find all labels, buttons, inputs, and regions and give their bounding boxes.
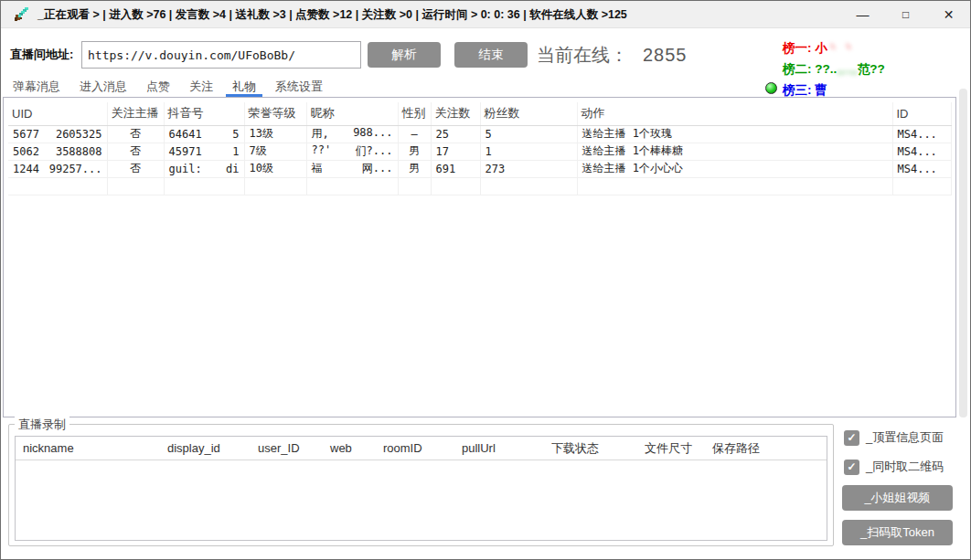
maximize-button[interactable]: □ xyxy=(884,1,927,28)
gift-cell: 男 xyxy=(398,143,431,160)
option-label: _同时取二维码 xyxy=(866,459,944,475)
column-header[interactable]: 抖音号 xyxy=(164,102,244,125)
recording-column-header[interactable]: web xyxy=(323,437,376,460)
gift-row[interactable]: 56772605325否64641513级用,988...–255送给主播 1个… xyxy=(8,125,951,143)
recording-column-header[interactable]: 保存路径 xyxy=(705,437,827,460)
app-window: _正在观看 > | 进入数 >76 | 发言数 >4 | 送礼数 >3 | 点赞… xyxy=(0,0,971,560)
tab-strip: 弹幕消息进入消息点赞关注礼物系统设置 xyxy=(6,78,336,97)
gift-cell: 459711 xyxy=(164,143,244,160)
gift-cell: 7级 xyxy=(244,143,306,160)
window-title: _正在观看 > | 进入数 >76 | 发言数 >4 | 送礼数 >3 | 点赞… xyxy=(37,1,627,28)
minimize-button[interactable]: — xyxy=(841,1,884,28)
tab-2[interactable]: 点赞 xyxy=(140,78,176,97)
column-header[interactable]: 粉丝数 xyxy=(480,102,577,125)
tab-0[interactable]: 弹幕消息 xyxy=(6,78,67,97)
online-label: 当前在线： xyxy=(537,45,628,65)
gift-cell: guil:di xyxy=(164,160,244,177)
gift-cell: 否 xyxy=(107,160,164,177)
scan-token-button[interactable]: _扫码取Token xyxy=(842,520,953,545)
title-bar: _正在观看 > | 进入数 >76 | 发言数 >4 | 送礼数 >3 | 点赞… xyxy=(1,1,970,28)
gift-panel: UID关注主播抖音号荣誉等级昵称性别关注数粉丝数动作ID 56772605325… xyxy=(3,97,956,417)
gift-row[interactable]: 50623588808否4597117级??'们?...男171送给主播 1个棒… xyxy=(8,143,951,160)
online-counter: 当前在线：2855 xyxy=(537,43,688,68)
gift-cell: 56772605325 xyxy=(8,125,107,143)
checkbox-icon[interactable]: ✓ xyxy=(844,430,859,446)
gift-cell: MS4... xyxy=(892,143,951,160)
girl-video-button[interactable]: _小姐姐视频 xyxy=(842,485,953,511)
rank-2: 榜二: ??..,,..,,范?? xyxy=(783,58,885,79)
recording-column-header[interactable]: pullUrl xyxy=(454,437,544,460)
gift-cell: 13级 xyxy=(244,125,306,143)
close-button[interactable]: ✕ xyxy=(927,1,970,28)
gift-cell: 送给主播 1个玫瑰 xyxy=(577,125,892,143)
empty-row xyxy=(8,177,951,195)
room-url-label: 直播间地址: xyxy=(10,47,73,63)
column-header[interactable]: UID xyxy=(8,102,107,125)
gift-cell: 691 xyxy=(431,160,480,177)
rank-list: 榜一: 小丶 丶榜二: ??..,,..,,范??榜三: 曹 xyxy=(783,37,885,100)
gift-cell: 用,988... xyxy=(306,125,398,143)
option-pin-info-page[interactable]: ✓ _顶置信息页面 xyxy=(844,429,944,446)
recording-table-header: nicknamedisplay_iduser_IDwebroomIDpullUr… xyxy=(16,437,827,460)
gift-cell: 124499257... xyxy=(8,160,107,177)
gift-cell: MS4... xyxy=(892,125,951,143)
recording-column-header[interactable]: user_ID xyxy=(251,437,323,460)
tab-5[interactable]: 系统设置 xyxy=(269,78,329,97)
tab-4[interactable]: 礼物 xyxy=(226,78,262,97)
vertical-scrollbar[interactable] xyxy=(959,89,967,417)
sword-icon xyxy=(13,6,30,24)
gift-cell: MS4... xyxy=(892,160,951,177)
recording-column-header[interactable]: 文件尺寸 xyxy=(637,437,705,460)
gift-table-head-row: UID关注主播抖音号荣誉等级昵称性别关注数粉丝数动作ID xyxy=(8,102,951,125)
tab-1[interactable]: 进入消息 xyxy=(73,78,133,97)
parse-button[interactable]: 解析 xyxy=(368,42,441,68)
column-header[interactable]: 昵称 xyxy=(306,102,398,125)
gift-cell: 否 xyxy=(107,125,164,143)
gift-cell: 送给主播 1个小心心 xyxy=(577,160,892,177)
gift-cell: 10级 xyxy=(244,160,306,177)
option-also-get-qrcode[interactable]: ✓ _同时取二维码 xyxy=(844,459,944,475)
checkbox-icon[interactable]: ✓ xyxy=(844,460,859,475)
gift-cell: 1 xyxy=(480,143,577,160)
gift-cell: 17 xyxy=(431,143,480,160)
gift-cell: 25 xyxy=(431,125,480,143)
recording-column-header[interactable]: display_id xyxy=(160,437,251,460)
recording-table: nicknamedisplay_iduser_IDwebroomIDpullUr… xyxy=(15,436,827,541)
column-header[interactable]: 荣誉等级 xyxy=(244,102,306,125)
status-ball-icon xyxy=(765,82,777,94)
room-url-input[interactable] xyxy=(81,41,361,69)
end-button[interactable]: 结束 xyxy=(454,42,528,68)
gift-row[interactable]: 124499257...否guil:di10级福网...男691273送给主播 … xyxy=(8,160,951,177)
gift-cell: 福网... xyxy=(306,160,398,177)
option-label: _顶置信息页面 xyxy=(866,429,944,446)
gift-cell: – xyxy=(398,125,431,143)
gift-table: UID关注主播抖音号荣誉等级昵称性别关注数粉丝数动作ID 56772605325… xyxy=(8,102,952,195)
gift-cell: 273 xyxy=(480,160,577,177)
column-header[interactable]: 动作 xyxy=(577,102,892,125)
gift-cell: 646415 xyxy=(164,125,244,143)
gift-cell: ??'们?... xyxy=(306,143,398,160)
recording-column-header[interactable]: 下载状态 xyxy=(544,437,637,460)
recording-group-label: 直播录制 xyxy=(15,417,69,433)
gift-cell: 否 xyxy=(107,143,164,160)
gift-cell: 50623588808 xyxy=(8,143,107,160)
gift-cell: 5 xyxy=(480,125,577,143)
tab-3[interactable]: 关注 xyxy=(183,78,219,97)
gift-cell: 送给主播 1个棒棒糖 xyxy=(577,143,892,160)
column-header[interactable]: ID xyxy=(892,102,951,125)
column-header[interactable]: 性别 xyxy=(398,102,431,125)
recording-groupbox: 直播录制 nicknamedisplay_iduser_IDwebroomIDp… xyxy=(8,424,834,546)
recording-column-header[interactable]: roomID xyxy=(376,437,454,460)
gift-table-body: 56772605325否64641513级用,988...–255送给主播 1个… xyxy=(8,125,951,195)
column-header[interactable]: 关注主播 xyxy=(107,102,164,125)
online-count: 2855 xyxy=(643,45,688,65)
recording-column-header[interactable]: nickname xyxy=(16,437,160,460)
rank-1: 榜一: 小丶 丶 xyxy=(783,37,885,58)
gift-cell: 男 xyxy=(398,160,431,177)
column-header[interactable]: 关注数 xyxy=(431,102,480,125)
